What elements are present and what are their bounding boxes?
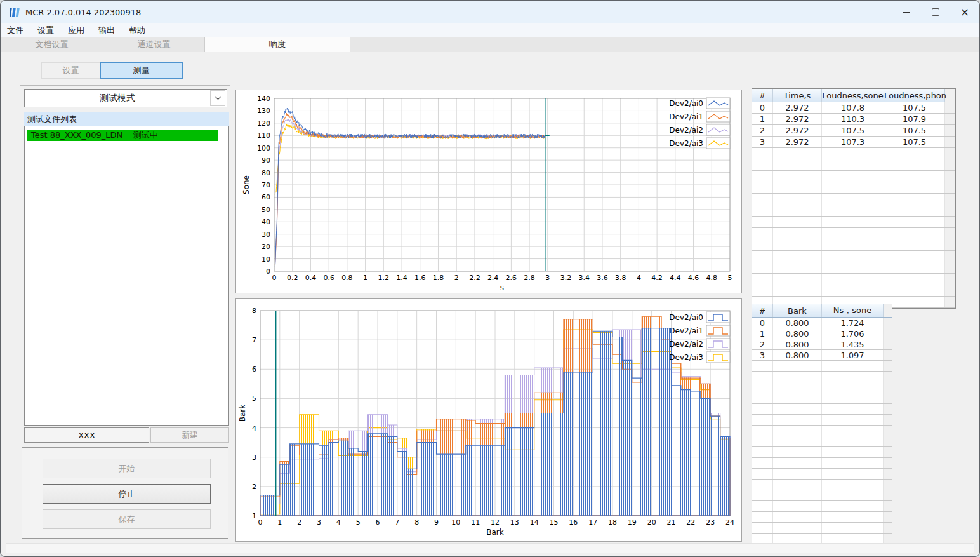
- table-row[interactable]: 10.8001.706: [752, 328, 892, 339]
- table-row[interactable]: [752, 228, 955, 239]
- table-cell: [822, 393, 884, 404]
- legend-entry-Dev2-ai3[interactable]: Dev2/ai3: [669, 138, 730, 149]
- column-header[interactable]: Time,s: [773, 89, 822, 102]
- test-file-list[interactable]: Test 88_XXX_009_LDN 测试中: [24, 126, 229, 426]
- table-cell: [773, 469, 822, 480]
- table-row[interactable]: [752, 382, 892, 393]
- legend-entry-Dev2-ai0[interactable]: Dev2/ai0: [669, 98, 730, 109]
- table-row[interactable]: [752, 171, 955, 182]
- column-header[interactable]: Ns，sone: [822, 304, 884, 318]
- table-row[interactable]: [752, 148, 955, 159]
- table-row[interactable]: 32.972107.3107.5: [752, 137, 955, 148]
- table-row[interactable]: [752, 372, 892, 382]
- table-row[interactable]: [752, 426, 892, 436]
- table-row[interactable]: [752, 217, 955, 228]
- legend-entry-Dev2-ai3[interactable]: Dev2/ai3: [669, 352, 730, 363]
- loudness-time-chart[interactable]: 00.20.40.60.811.21.41.61.822.22.42.62.83…: [236, 90, 741, 293]
- menu-file[interactable]: 文件: [7, 23, 30, 37]
- measure-subtab-button[interactable]: 测量: [100, 62, 183, 79]
- menu-output[interactable]: 输出: [91, 23, 122, 37]
- table-cell: [884, 228, 945, 239]
- legend-entry-Dev2-ai1[interactable]: Dev2/ai1: [669, 111, 730, 122]
- tab-channel-settings[interactable]: 通道设置: [103, 37, 205, 52]
- table-row[interactable]: [752, 361, 892, 372]
- table-row[interactable]: 02.972107.8107.5: [752, 102, 955, 114]
- svg-text:0.8: 0.8: [341, 274, 353, 282]
- save-button[interactable]: 保存: [43, 509, 211, 529]
- svg-text:2.4: 2.4: [487, 274, 499, 282]
- legend-entry-Dev2-ai2[interactable]: Dev2/ai2: [669, 339, 730, 349]
- table-cell: [822, 239, 884, 251]
- table-cell: [773, 148, 822, 159]
- new-button[interactable]: 新建: [150, 427, 229, 443]
- table-row[interactable]: [752, 490, 892, 501]
- table-row[interactable]: [752, 251, 955, 262]
- table-row[interactable]: [752, 415, 892, 426]
- table-row[interactable]: 00.8001.724: [752, 318, 892, 328]
- table-cell: [822, 205, 884, 217]
- svg-text:11: 11: [471, 518, 480, 527]
- table-row[interactable]: [752, 404, 892, 415]
- svg-text:19: 19: [628, 518, 637, 527]
- settings-subtab-button[interactable]: 设置: [41, 62, 100, 79]
- column-header[interactable]: Loudness,sone: [822, 89, 884, 102]
- tab-document-settings[interactable]: 文档设置: [1, 37, 103, 52]
- table-row[interactable]: [752, 480, 892, 490]
- svg-text:3.4: 3.4: [578, 274, 590, 282]
- table-row[interactable]: [752, 262, 955, 274]
- table-row[interactable]: [752, 285, 955, 297]
- table-row[interactable]: [752, 469, 892, 480]
- filler-cell: [884, 318, 892, 328]
- chevron-down-icon[interactable]: [210, 90, 225, 106]
- menu-settings[interactable]: 设置: [30, 23, 61, 37]
- column-header[interactable]: #: [752, 304, 773, 318]
- menu-help[interactable]: 帮助: [122, 23, 152, 37]
- xxx-button[interactable]: XXX: [24, 427, 149, 443]
- svg-text:3: 3: [252, 453, 256, 462]
- table-row[interactable]: [752, 501, 892, 512]
- start-button[interactable]: 开始: [43, 459, 211, 478]
- table-row[interactable]: [752, 512, 892, 523]
- table-cell: [773, 159, 822, 171]
- table-cell: [773, 382, 822, 393]
- table-row[interactable]: [752, 159, 955, 171]
- table-row[interactable]: [752, 182, 955, 194]
- table-row[interactable]: [752, 534, 892, 544]
- column-header[interactable]: #: [752, 89, 773, 102]
- table-row[interactable]: [752, 239, 955, 251]
- menu-application[interactable]: 应用: [61, 23, 91, 37]
- column-header[interactable]: Loudness,phon: [884, 89, 945, 102]
- close-button[interactable]: ×: [950, 1, 979, 23]
- column-header[interactable]: Bark: [773, 304, 822, 318]
- stop-button[interactable]: 停止: [43, 484, 211, 504]
- table-row[interactable]: [752, 194, 955, 205]
- legend-entry-Dev2-ai0[interactable]: Dev2/ai0: [669, 312, 730, 323]
- table-row[interactable]: 12.972110.3107.9: [752, 114, 955, 125]
- table-row[interactable]: [752, 436, 892, 447]
- table-row[interactable]: 20.8001.435: [752, 339, 892, 350]
- table-cell: [822, 415, 884, 426]
- table-row[interactable]: 22.972107.5107.5: [752, 125, 955, 137]
- table-row[interactable]: [752, 458, 892, 469]
- minimize-button[interactable]: [892, 1, 921, 23]
- test-mode-select[interactable]: 测试模式: [24, 89, 227, 107]
- legend-entry-Dev2-ai2[interactable]: Dev2/ai2: [669, 124, 730, 135]
- svg-text:15: 15: [550, 518, 559, 527]
- table-row[interactable]: [752, 205, 955, 217]
- maximize-button[interactable]: [921, 1, 950, 23]
- tab-loudness[interactable]: 响度: [205, 37, 350, 52]
- table-row[interactable]: 30.8001.097: [752, 350, 892, 361]
- list-item-test-file[interactable]: Test 88_XXX_009_LDN 测试中: [27, 130, 218, 141]
- table-row[interactable]: [752, 447, 892, 458]
- table-cell: [773, 228, 822, 239]
- table-row[interactable]: [752, 523, 892, 534]
- svg-text:9: 9: [434, 518, 439, 527]
- table-row[interactable]: [752, 393, 892, 404]
- specific-loudness-chart[interactable]: 0123456789101112131415161718192021222324…: [236, 299, 741, 541]
- table-cell: [884, 182, 945, 194]
- svg-text:Bark: Bark: [486, 528, 504, 537]
- table-row[interactable]: [752, 274, 955, 285]
- svg-text:1: 1: [363, 274, 368, 282]
- filler-cell: [945, 205, 956, 217]
- legend-entry-Dev2-ai1[interactable]: Dev2/ai1: [669, 325, 730, 336]
